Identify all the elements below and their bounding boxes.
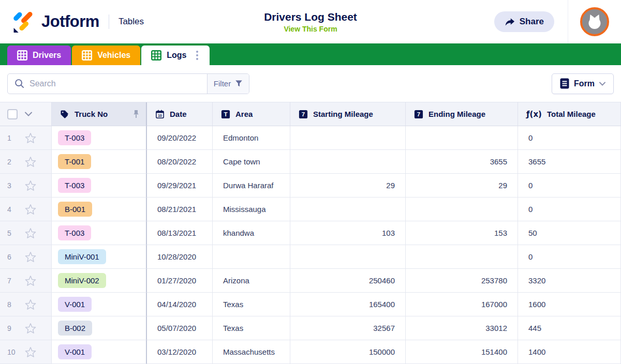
date-cell[interactable]: 03/12/2020	[147, 340, 213, 364]
tab-logs-active[interactable]: Logs	[141, 46, 210, 65]
row-handle-cell[interactable]: 4	[0, 198, 52, 221]
truck-no-cell[interactable]: T-003	[52, 126, 147, 150]
truck-no-cell[interactable]: B-001	[52, 198, 147, 221]
ending-mileage-cell[interactable]: 33012	[406, 316, 518, 340]
row-handle-cell[interactable]: 5	[0, 221, 52, 245]
star-icon[interactable]	[25, 156, 36, 167]
tab-options-kebab-icon[interactable]	[195, 49, 200, 62]
date-cell[interactable]: 08/20/2022	[147, 150, 213, 174]
ending-mileage-cell[interactable]: 151400	[406, 340, 518, 364]
starting-mileage-cell[interactable]	[290, 150, 406, 174]
total-mileage-cell[interactable]: 445	[518, 316, 621, 340]
total-mileage-cell[interactable]: 0	[518, 245, 621, 269]
view-this-form-link[interactable]: View This Form	[284, 25, 337, 33]
star-icon[interactable]	[25, 180, 36, 191]
row-handle-cell[interactable]: 8	[0, 293, 52, 316]
truck-no-cell[interactable]: T-003	[52, 221, 147, 245]
date-cell[interactable]: 04/14/2020	[147, 293, 213, 316]
row-handle-cell[interactable]: 2	[0, 150, 52, 174]
row-handle-cell[interactable]: 7	[0, 269, 52, 293]
star-icon[interactable]	[25, 275, 36, 286]
star-icon[interactable]	[25, 251, 36, 262]
date-cell[interactable]: 10/28/2020	[147, 245, 213, 269]
row-handle-cell[interactable]: 6	[0, 245, 52, 269]
area-cell[interactable]	[213, 245, 290, 269]
truck-no-cell[interactable]: T-003	[52, 174, 147, 198]
column-header-truck-no[interactable]: Truck No	[52, 102, 147, 126]
ending-mileage-cell[interactable]	[406, 245, 518, 269]
starting-mileage-cell[interactable]: 250460	[290, 269, 406, 293]
total-mileage-cell[interactable]: 1600	[518, 293, 621, 316]
total-mileage-cell[interactable]: 50	[518, 221, 621, 245]
starting-mileage-cell[interactable]: 103	[290, 221, 406, 245]
search-box[interactable]	[8, 74, 207, 94]
ending-mileage-cell[interactable]: 167000	[406, 293, 518, 316]
star-icon[interactable]	[25, 228, 36, 238]
starting-mileage-cell[interactable]: 32567	[290, 316, 406, 340]
filter-button[interactable]: Filter	[207, 74, 249, 94]
column-header-ending-mileage[interactable]: 7 Ending Mileage	[406, 102, 518, 126]
truck-no-cell[interactable]: V-001	[52, 340, 147, 364]
area-cell[interactable]: Edmonton	[213, 126, 290, 150]
date-cell[interactable]: 08/21/2021	[147, 198, 213, 221]
truck-no-cell[interactable]: B-002	[52, 316, 147, 340]
truck-no-cell[interactable]: MiniV-001	[52, 245, 147, 269]
ending-mileage-cell[interactable]	[406, 198, 518, 221]
truck-no-cell[interactable]: T-001	[52, 150, 147, 174]
ending-mileage-cell[interactable]: 253780	[406, 269, 518, 293]
form-view-button[interactable]: Form	[552, 73, 614, 94]
row-handle-cell[interactable]: 9	[0, 316, 52, 340]
starting-mileage-cell[interactable]	[290, 198, 406, 221]
area-cell[interactable]: Massachusetts	[213, 340, 290, 364]
tab-drivers[interactable]: Drivers	[7, 46, 71, 65]
column-header-area[interactable]: T Area	[213, 102, 290, 126]
area-cell[interactable]: Arizona	[213, 269, 290, 293]
total-mileage-cell[interactable]: 3655	[518, 150, 621, 174]
row-expand-chevron-icon[interactable]	[25, 112, 32, 116]
starting-mileage-cell[interactable]	[290, 126, 406, 150]
column-header-total-mileage[interactable]: ƒ(x) Total Mileage	[518, 102, 621, 126]
row-handle-cell[interactable]: 10	[0, 340, 52, 364]
total-mileage-cell[interactable]: 3320	[518, 269, 621, 293]
date-cell[interactable]: 09/29/2021	[147, 174, 213, 198]
area-cell[interactable]: khandwa	[213, 221, 290, 245]
date-cell[interactable]: 05/07/2020	[147, 316, 213, 340]
column-header-starting-mileage[interactable]: 7 Starting Mileage	[290, 102, 406, 126]
ending-mileage-cell[interactable]: 3655	[406, 150, 518, 174]
row-handle-cell[interactable]: 3	[0, 174, 52, 198]
area-cell[interactable]: Cape town	[213, 150, 290, 174]
star-icon[interactable]	[25, 323, 36, 333]
brand-logo[interactable]: Jotform Tables	[11, 10, 144, 33]
starting-mileage-cell[interactable]: 29	[290, 174, 406, 198]
star-icon[interactable]	[25, 299, 36, 310]
column-header-date[interactable]: 10 Date	[147, 102, 213, 126]
starting-mileage-cell[interactable]	[290, 245, 406, 269]
date-cell[interactable]: 01/27/2020	[147, 269, 213, 293]
select-all-checkbox[interactable]	[7, 109, 18, 119]
total-mileage-cell[interactable]: 0	[518, 174, 621, 198]
pin-icon[interactable]	[132, 110, 140, 118]
tab-vehicles[interactable]: Vehicles	[72, 46, 140, 65]
search-input[interactable]	[29, 79, 200, 88]
share-button[interactable]: Share	[494, 11, 554, 32]
starting-mileage-cell[interactable]: 165400	[290, 293, 406, 316]
area-cell[interactable]: Durwa Hararaf	[213, 174, 290, 198]
total-mileage-cell[interactable]: 0	[518, 126, 621, 150]
total-mileage-cell[interactable]: 1400	[518, 340, 621, 364]
truck-no-cell[interactable]: V-001	[52, 293, 147, 316]
star-icon[interactable]	[25, 346, 36, 357]
area-cell[interactable]: Texas	[213, 316, 290, 340]
ending-mileage-cell[interactable]: 153	[406, 221, 518, 245]
starting-mileage-cell[interactable]: 150000	[290, 340, 406, 364]
truck-no-cell[interactable]: MiniV-002	[52, 269, 147, 293]
ending-mileage-cell[interactable]	[406, 126, 518, 150]
date-cell[interactable]: 08/13/2021	[147, 221, 213, 245]
ending-mileage-cell[interactable]: 29	[406, 174, 518, 198]
user-avatar[interactable]	[580, 7, 610, 37]
area-cell[interactable]: Mississauga	[213, 198, 290, 221]
total-mileage-cell[interactable]: 0	[518, 198, 621, 221]
date-cell[interactable]: 09/20/2022	[147, 126, 213, 150]
star-icon[interactable]	[25, 132, 36, 143]
star-icon[interactable]	[25, 204, 36, 215]
area-cell[interactable]: Texas	[213, 293, 290, 316]
